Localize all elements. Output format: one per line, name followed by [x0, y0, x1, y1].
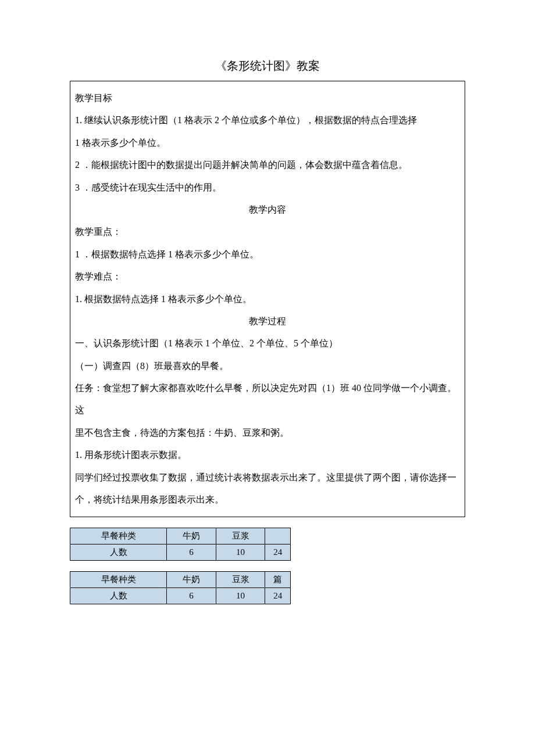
table-cell: 牛奶	[167, 528, 216, 544]
table-cell: 篇	[265, 572, 291, 588]
table-cell: 早餐种类	[70, 528, 167, 544]
table-cell: 24	[265, 588, 291, 604]
difficulty-label: 教学难点：	[75, 266, 460, 288]
table-row: 人数 6 10 24	[70, 544, 291, 561]
table-cell: 人数	[70, 588, 167, 604]
goal-item: 1. 继续认识条形统计图（1 格表示 2 个单位或多个单位），根据数据的特点合理…	[75, 109, 460, 131]
difficulty-item: 1. 根据数据特点选择 1 格表示多少个单位。	[75, 288, 460, 310]
process-line: 里不包含主食，待选的方案包括：牛奶、豆浆和粥。	[75, 422, 460, 444]
process-line: （一）调查四（8）班最喜欢的早餐。	[75, 355, 460, 377]
process-line: 一、认识条形统计图（1 格表示 1 个单位、2 个单位、5 个单位）	[75, 332, 460, 354]
table-cell: 豆浆	[216, 528, 265, 544]
page-title: 《条形统计图》教案	[70, 58, 465, 74]
content-box: 教学目标 1. 继续认识条形统计图（1 格表示 2 个单位或多个单位），根据数据…	[70, 81, 465, 517]
table-cell: 10	[216, 544, 265, 561]
table-cell: 人数	[70, 544, 167, 561]
table-cell: 牛奶	[167, 572, 216, 588]
table-cell: 豆浆	[216, 572, 265, 588]
table-cell: 10	[216, 588, 265, 604]
goal-item: 3 ．感受统计在现实生活中的作用。	[75, 177, 460, 199]
table-cell	[265, 528, 291, 544]
table-row: 早餐种类 牛奶 豆浆	[70, 528, 291, 544]
process-line: 1. 用条形统计图表示数据。	[75, 444, 460, 466]
data-table-2: 早餐种类 牛奶 豆浆 篇 人数 6 10 24	[70, 571, 291, 604]
section-heading-goals: 教学目标	[75, 87, 460, 109]
goal-item: 1 格表示多少个单位。	[75, 132, 460, 154]
table-row: 人数 6 10 24	[70, 588, 291, 604]
table-cell: 6	[167, 544, 216, 561]
table-cell: 24	[265, 544, 291, 561]
key-point-item: 1 ．根据数据特点选择 1 格表示多少个单位。	[75, 243, 460, 266]
process-line: 同学们经过投票收集了数据，通过统计表将数据表示出来了。这里提供了两个图，请你选择…	[75, 467, 460, 489]
table-row: 早餐种类 牛奶 豆浆 篇	[70, 572, 291, 588]
section-heading-content: 教学内容	[75, 199, 460, 221]
process-line: 任务：食堂想了解大家都喜欢吃什么早餐，所以决定先对四（1）班 40 位同学做一个…	[75, 377, 460, 422]
data-table-1: 早餐种类 牛奶 豆浆 人数 6 10 24	[70, 528, 291, 561]
table-cell: 6	[167, 588, 216, 604]
process-line: 个，将统计结果用条形图表示出来。	[75, 489, 460, 511]
goal-item: 2 ．能根据统计图中的数据提出问题并解决简单的问题，体会数据中蕴含着信息。	[75, 154, 460, 176]
table-cell: 早餐种类	[70, 572, 167, 588]
key-point-label: 教学重点：	[75, 221, 460, 243]
section-heading-process: 教学过程	[75, 310, 460, 332]
